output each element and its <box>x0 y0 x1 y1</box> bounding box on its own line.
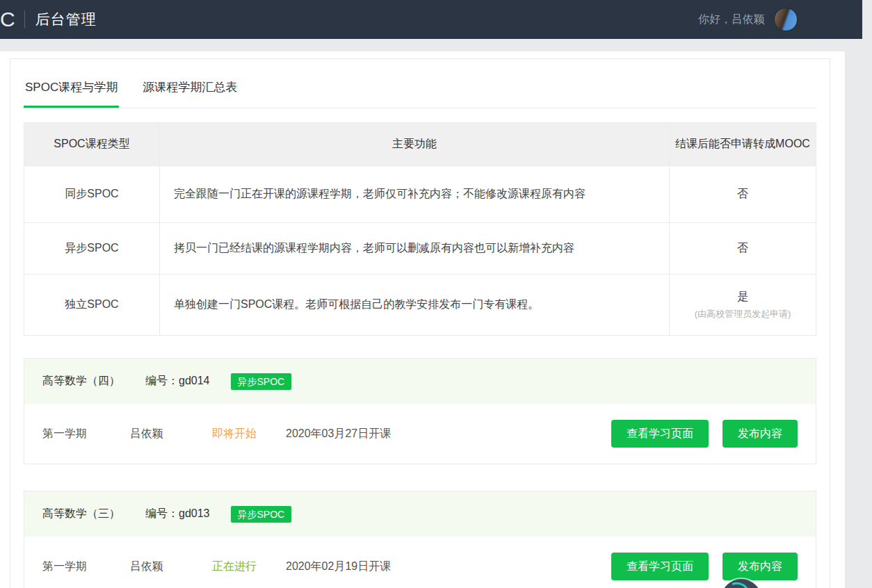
cell-description: 完全跟随一门正在开课的源课程学期，老师仅可补充内容；不能修改源课程原有内容 <box>160 166 670 223</box>
course-block-gd014: 高等数学（四） 编号：gd014 异步SPOC 第一学期 吕依颖 即将开始 20… <box>24 358 816 464</box>
course-title: 高等数学（三） <box>42 507 120 521</box>
course-type-badge: 异步SPOC <box>231 506 292 523</box>
mooc-value: 否 <box>737 188 748 199</box>
mooc-value: 是 <box>737 291 748 302</box>
avatar[interactable] <box>774 8 798 31</box>
course-block-gd013: 高等数学（三） 编号：gd013 异步SPOC 第一学期 吕依颖 正在进行 20… <box>24 491 816 588</box>
view-learning-page-button[interactable]: 查看学习页面 <box>611 553 709 580</box>
term-row: 第一学期 吕依颖 正在进行 2020年02月19日开课 查看学习页面 发布内容 <box>24 537 816 588</box>
cell-description: 单独创建一门SPOC课程。老师可根据自己的教学安排发布一门专有课程。 <box>160 275 670 336</box>
course-code: 编号：gd013 <box>145 507 210 521</box>
cell-description: 拷贝一门已经结课的源课程学期内容，老师可以删减原有内容也可以新增补充内容 <box>160 223 670 275</box>
status-badge: 正在进行 <box>212 560 257 574</box>
start-date: 2020年03月27日开课 <box>286 427 391 441</box>
course-header: 高等数学（四） 编号：gd014 异步SPOC <box>24 359 816 404</box>
teacher-name: 吕依颖 <box>130 560 163 574</box>
header-divider <box>24 10 25 28</box>
top-bar: C 后台管理 你好，吕依颖 <box>0 0 862 39</box>
spoc-type-table: SPOC课程类型 主要功能 结课后能否申请转成MOOC 同步SPOC 完全跟随一… <box>24 122 816 336</box>
table-row: 同步SPOC 完全跟随一门正在开课的源课程学期，老师仅可补充内容；不能修改源课程… <box>24 166 816 223</box>
course-header: 高等数学（三） 编号：gd013 异步SPOC <box>24 491 816 537</box>
table-row: 异步SPOC 拷贝一门已经结课的源课程学期内容，老师可以删减原有内容也可以新增补… <box>24 223 816 275</box>
cell-mooc: 否 <box>670 166 816 223</box>
user-greeting: 你好，吕依颖 <box>698 13 765 27</box>
tab-spoc-courses[interactable]: SPOC课程与学期 <box>24 67 119 108</box>
column-header-mooc: 结课后能否申请转成MOOC <box>670 123 816 166</box>
mooc-value: 否 <box>737 242 748 254</box>
table-header-row: SPOC课程类型 主要功能 结课后能否申请转成MOOC <box>24 123 816 166</box>
main-card: SPOC课程与学期 源课程学期汇总表 SPOC课程类型 主要功能 结课后能否申请… <box>10 58 830 588</box>
cell-type: 异步SPOC <box>24 223 160 275</box>
tab-source-course-summary[interactable]: 源课程学期汇总表 <box>141 67 239 108</box>
scrollbar-track-top[interactable] <box>862 0 872 39</box>
scrollbar-track[interactable] <box>845 39 872 588</box>
course-code: 编号：gd014 <box>145 374 210 389</box>
term-label: 第一学期 <box>42 560 87 574</box>
column-header-function: 主要功能 <box>160 123 670 166</box>
term-label: 第一学期 <box>42 427 87 441</box>
cell-mooc: 否 <box>670 223 816 275</box>
teacher-name: 吕依颖 <box>130 427 163 441</box>
logo-partial: C <box>0 0 15 39</box>
mooc-note: (由高校管理员发起申请) <box>670 308 816 320</box>
start-date: 2020年02月19日开课 <box>286 560 391 574</box>
tab-bar: SPOC课程与学期 源课程学期汇总表 <box>24 67 816 108</box>
cell-type: 独立SPOC <box>24 275 160 336</box>
page-title: 后台管理 <box>35 10 97 29</box>
term-row: 第一学期 吕依颖 即将开始 2020年03月27日开课 查看学习页面 发布内容 <box>24 404 816 464</box>
header-shadow-band <box>0 39 872 51</box>
status-badge: 即将开始 <box>212 427 257 441</box>
view-learning-page-button[interactable]: 查看学习页面 <box>611 420 709 448</box>
cell-mooc: 是(由高校管理员发起申请) <box>670 275 816 336</box>
column-header-type: SPOC课程类型 <box>24 123 160 166</box>
table-row: 独立SPOC 单独创建一门SPOC课程。老师可根据自己的教学安排发布一门专有课程… <box>24 275 816 336</box>
course-type-badge: 异步SPOC <box>231 373 292 390</box>
publish-content-button[interactable]: 发布内容 <box>722 553 798 580</box>
course-title: 高等数学（四） <box>42 374 120 389</box>
publish-content-button[interactable]: 发布内容 <box>722 420 798 448</box>
cell-type: 同步SPOC <box>24 166 160 223</box>
